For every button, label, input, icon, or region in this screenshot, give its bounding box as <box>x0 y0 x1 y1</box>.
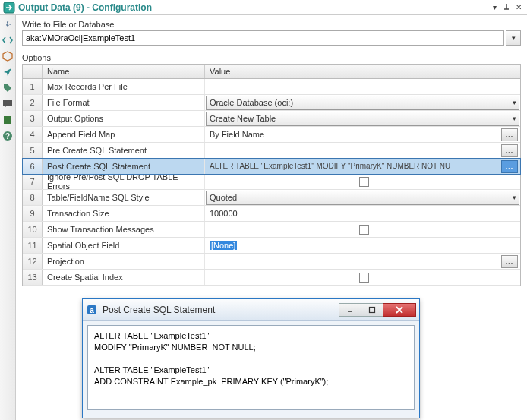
row-value-cell[interactable]: … <box>205 254 520 269</box>
grid-row[interactable]: 12Projection… <box>23 254 520 270</box>
file-path-dropdown-button[interactable]: ▾ <box>506 30 521 46</box>
row-value-cell[interactable]: 100000 <box>205 206 520 221</box>
grid-row[interactable]: 9Transaction Size100000 <box>23 206 520 222</box>
grid-row[interactable]: 7Ignore Pre/Post SQL DROP TABLE Errors <box>23 174 520 190</box>
wrench-icon[interactable] <box>2 18 14 30</box>
row-name-cell: Max Records Per File <box>43 79 205 94</box>
output-data-icon <box>3 2 15 14</box>
row-name-cell: Table/FieldName SQL Style <box>43 190 205 205</box>
svg-text:a: a <box>90 306 94 314</box>
help-icon[interactable]: ? <box>2 130 14 142</box>
row-value-cell[interactable]: Oracle Database (oci:)▾ <box>205 95 520 110</box>
grid-row[interactable]: 13Create Spatial Index <box>23 270 520 286</box>
row-value-cell[interactable] <box>205 222 520 237</box>
checkbox[interactable] <box>359 225 369 235</box>
row-name-cell: Append Field Map <box>43 127 205 142</box>
row-number: 3 <box>23 111 43 126</box>
ellipsis-button[interactable]: … <box>501 160 518 173</box>
grid-row[interactable]: 2File FormatOracle Database (oci:)▾ <box>23 95 520 111</box>
options-section-label: Options <box>22 53 521 62</box>
ellipsis-button[interactable]: … <box>501 255 518 268</box>
row-value-cell[interactable]: [None] <box>205 238 520 253</box>
column-header-value[interactable]: Value <box>205 65 520 78</box>
panel-menu-icon[interactable]: ▾ <box>489 2 500 13</box>
row-name-cell: Output Options <box>43 111 205 126</box>
grid-row[interactable]: 8Table/FieldName SQL StyleQuoted▾ <box>23 190 520 206</box>
row-number: 12 <box>23 254 43 269</box>
dialog-title-bar[interactable]: a Post Create SQL Statement <box>83 299 419 321</box>
panel-close-icon[interactable]: ✕ <box>513 2 524 13</box>
left-toolbar: ? <box>0 15 16 420</box>
row-value-cell[interactable] <box>205 174 520 189</box>
row-name-cell: Spatial Object Field <box>43 238 205 253</box>
ellipsis-button[interactable]: … <box>501 128 518 141</box>
checkbox[interactable] <box>359 177 369 187</box>
value-highlight[interactable]: [None] <box>210 241 237 250</box>
sql-textarea[interactable] <box>87 325 415 410</box>
tag-icon[interactable] <box>2 82 14 94</box>
grid-row[interactable]: 4Append Field MapBy Field Name… <box>23 127 520 143</box>
row-name-cell: Post Create SQL Statement <box>43 159 205 174</box>
row-number: 5 <box>23 143 43 158</box>
grid-row[interactable]: 11Spatial Object Field[None] <box>23 238 520 254</box>
row-number: 2 <box>23 95 43 110</box>
row-number: 10 <box>23 222 43 237</box>
combo-box[interactable]: Quoted▾ <box>206 191 519 205</box>
grid-row[interactable]: 3Output OptionsCreate New Table▾ <box>23 111 520 127</box>
chevron-down-icon[interactable]: ▾ <box>513 115 516 122</box>
row-number: 1 <box>23 79 43 94</box>
options-grid: Name Value 1Max Records Per File2File Fo… <box>22 64 521 286</box>
svg-rect-1 <box>4 116 11 124</box>
row-name-cell: Ignore Pre/Post SQL DROP TABLE Errors <box>43 174 205 189</box>
chevron-down-icon[interactable]: ▾ <box>513 99 516 106</box>
row-value-cell[interactable]: ALTER TABLE "ExampleTest1" MODIFY "Prima… <box>205 159 520 174</box>
row-value-cell[interactable]: By Field Name… <box>205 127 520 142</box>
combo-box[interactable]: Create New Table▾ <box>206 112 519 126</box>
combo-box[interactable]: Oracle Database (oci:)▾ <box>206 96 519 110</box>
chevron-down-icon[interactable]: ▾ <box>513 194 516 201</box>
xml-icon[interactable] <box>2 34 14 46</box>
row-number: 8 <box>23 190 43 205</box>
row-number: 4 <box>23 127 43 142</box>
combo-value: Create New Table <box>210 114 276 123</box>
app-icon: a <box>86 304 98 316</box>
combo-value: Oracle Database (oci:) <box>210 98 293 107</box>
row-name-cell: Transaction Size <box>43 206 205 221</box>
grid-row[interactable]: 10Show Transaction Messages <box>23 222 520 238</box>
row-value-cell[interactable]: Create New Table▾ <box>205 111 520 126</box>
row-name-cell: Show Transaction Messages <box>43 222 205 237</box>
comment-icon[interactable] <box>2 98 14 110</box>
dialog-maximize-button[interactable] <box>361 303 383 317</box>
panel-pin-icon[interactable] <box>501 2 512 13</box>
grid-row[interactable]: 6Post Create SQL StatementALTER TABLE "E… <box>22 158 521 175</box>
row-value-cell[interactable] <box>205 270 520 285</box>
row-value-cell[interactable]: Quoted▾ <box>205 190 520 205</box>
value-text: 100000 <box>210 209 238 218</box>
row-number: 9 <box>23 206 43 221</box>
row-number: 13 <box>23 270 43 285</box>
row-name-cell: Projection <box>43 254 205 269</box>
package-icon[interactable] <box>2 50 14 62</box>
sql-statement-dialog: a Post Create SQL Statement <box>82 298 420 418</box>
value-text: ALTER TABLE "ExampleTest1" MODIFY "Prima… <box>210 163 450 170</box>
dialog-title: Post Create SQL Statement <box>103 305 339 315</box>
value-text: By Field Name <box>210 130 264 139</box>
row-value-cell[interactable] <box>205 79 520 94</box>
column-header-name[interactable]: Name <box>43 65 205 78</box>
navigate-icon[interactable] <box>2 66 14 78</box>
dialog-minimize-button[interactable] <box>339 303 361 317</box>
grid-row[interactable]: 1Max Records Per File <box>23 79 520 95</box>
file-path-input[interactable] <box>22 30 504 46</box>
write-section-label: Write to File or Database <box>22 20 521 29</box>
combo-value: Quoted <box>210 193 237 202</box>
ellipsis-button[interactable]: … <box>501 144 518 157</box>
dialog-close-button[interactable] <box>383 303 416 317</box>
grid-row[interactable]: 5Pre Create SQL Statement… <box>23 143 520 159</box>
asset-icon[interactable] <box>2 114 14 126</box>
row-name-cell: Pre Create SQL Statement <box>43 143 205 158</box>
svg-text:?: ? <box>5 132 10 141</box>
checkbox[interactable] <box>359 273 369 283</box>
panel-title: Output Data (9) - Configuration <box>18 2 489 13</box>
row-value-cell[interactable]: … <box>205 143 520 158</box>
svg-rect-7 <box>370 307 375 312</box>
